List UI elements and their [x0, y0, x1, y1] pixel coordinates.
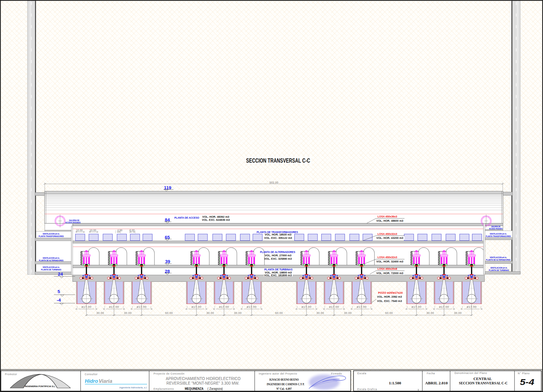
svg-text:VOL. HOR. 48392 m3: VOL. HOR. 48392 m3: [202, 215, 229, 218]
svg-text:30.00: 30.00: [124, 311, 131, 315]
svg-text:VOL. HOR. 27000 m3: VOL. HOR. 27000 m3: [265, 254, 291, 257]
svg-text:84: 84: [165, 217, 170, 222]
svg-text:PLANTA DE TURBINAS: PLANTA DE TURBINAS: [264, 268, 293, 271]
svg-text:VOL. HOR. 32400 m3: VOL. HOR. 32400 m3: [376, 260, 403, 263]
svg-text:VOL. EXC. 325890 m3: VOL. EXC. 325890 m3: [264, 257, 292, 260]
svg-text:VOL. EXC. 624839 m3: VOL. EXC. 624839 m3: [202, 218, 230, 221]
svg-text:VOL. HOR. 43200 m3: VOL. HOR. 43200 m3: [376, 236, 403, 239]
svg-text:INGENIERO DE CAMINOS C.Y P.: INGENIERO DE CAMINOS C.Y P.: [267, 383, 305, 386]
svg-text:VOL. HOR. 2092 m3: VOL. HOR. 2092 m3: [377, 295, 402, 298]
svg-text:1:1.500: 1:1.500: [389, 381, 401, 385]
svg-text:5-4: 5-4: [520, 378, 534, 387]
svg-text:Ingeniero autor del Proyect: Ingeniero autor del Proyecto: [259, 372, 297, 375]
svg-text:PLANTA DE TURBINAS: PLANTA DE TURBINAS: [489, 269, 509, 271]
svg-text:MEQUINENZA: MEQUINENZA: [185, 387, 203, 390]
svg-text:PLANTA DE ALTERNADORES: PLANTA DE ALTERNADORES: [39, 259, 63, 262]
svg-text:PLANTA TRANSFORMADORES: PLANTA TRANSFORMADORES: [486, 235, 511, 237]
svg-text:ingenieria hidroviaria, s.l.: ingenieria hidroviaria, s.l.: [120, 386, 147, 389]
svg-text:4.00: 4.00: [117, 229, 123, 232]
svg-text:30.00: 30.00: [206, 311, 214, 315]
svg-text:VENTILACION ø4 m.: VENTILACION ø4 m.: [490, 233, 507, 235]
svg-text:VOL. EXC. 7540 m3: VOL. EXC. 7540 m3: [377, 300, 402, 303]
svg-text:IGNACIO BUENO BUENO: IGNACIO BUENO BUENO: [269, 378, 299, 381]
svg-text:119: 119: [164, 185, 171, 190]
svg-text:28: 28: [165, 269, 170, 274]
svg-text:Consultor: Consultor: [85, 373, 98, 376]
svg-text:Escala: Escala: [357, 372, 366, 375]
svg-text:30.00: 30.00: [234, 311, 241, 315]
svg-text:REVERSIBLE "MONT-NEGRE" 3.300: REVERSIBLE "MONT-NEGRE" 3.300 MW.: [166, 381, 239, 386]
svg-text:-4: -4: [57, 297, 61, 303]
svg-text:Proyecto de Concesión: Proyecto de Concesión: [154, 372, 184, 375]
svg-text:VOL. HOR. 72000 m3: VOL. HOR. 72000 m3: [376, 272, 403, 275]
svg-text:GALERIA DE: GALERIA DE: [491, 225, 501, 228]
svg-text:VENTILACION ø4 m.: VENTILACION ø4 m.: [43, 257, 60, 259]
svg-text:30.00: 30.00: [96, 311, 104, 315]
svg-text:LOSA 450x32x3: LOSA 450x32x3: [378, 232, 397, 236]
svg-text:Fecha: Fecha: [427, 372, 435, 375]
svg-text:GALERIA DE: GALERIA DE: [69, 219, 79, 221]
svg-text:30.00: 30.00: [454, 311, 461, 315]
svg-text:PLANTA DE TURBINAS: PLANTA DE TURBINAS: [41, 269, 61, 271]
svg-text:60.00: 60.00: [165, 311, 173, 315]
svg-text:APROVECHAMIENTO HIDROELECTRICO: APROVECHAMIENTO HIDROELECTRICO: [166, 376, 241, 381]
svg-text:Firmado: Firmado: [331, 372, 342, 375]
svg-text:5: 5: [58, 289, 60, 294]
svg-text:INGENIERIA PONTIFICIA S.L.: INGENIERIA PONTIFICIA S.L.: [25, 385, 56, 388]
svg-text:Viaria: Viaria: [99, 378, 112, 384]
svg-text:ACCESO RODADO: ACCESO RODADO: [489, 228, 503, 230]
svg-text:VENTILACION ø4 m.: VENTILACION ø4 m.: [43, 266, 60, 268]
svg-text:PLANTA DE ACCESO: PLANTA DE ACCESO: [174, 216, 199, 219]
svg-text:VOL. EXC. 305122 m3: VOL. EXC. 305122 m3: [264, 236, 292, 239]
svg-text:60.00: 60.00: [385, 311, 393, 315]
svg-text:502.00: 502.00: [270, 181, 279, 184]
svg-text:Hidro: Hidro: [85, 378, 98, 384]
svg-text:SECCION TRANSVERSAL C-C: SECCION TRANSVERSAL C-C: [246, 157, 310, 164]
svg-text:30.00: 30.00: [426, 311, 434, 315]
svg-text:VENTILACION ø4 m.: VENTILACION ø4 m.: [43, 233, 60, 235]
svg-text:LOSA 450x32x3: LOSA 450x32x3: [378, 255, 397, 259]
svg-text:SECCION TRANSVERSAL C-C: SECCION TRANSVERSAL C-C: [459, 381, 508, 385]
svg-text:POZO ø20/ø17x24: POZO ø20/ø17x24: [378, 291, 403, 294]
svg-text:10.00: 10.00: [89, 229, 96, 232]
svg-text:10.00: 10.00: [76, 229, 83, 232]
svg-text:( Zaragoza): ( Zaragoza): [207, 387, 223, 390]
svg-text:LOSA 450x20x8: LOSA 450x20x8: [378, 267, 397, 270]
svg-text:30.00: 30.00: [344, 311, 351, 315]
svg-text:ABRIL 2.010: ABRIL 2.010: [425, 381, 448, 385]
svg-text:VOL. HOR. 18630 m3: VOL. HOR. 18630 m3: [265, 233, 291, 236]
svg-text:VENTILACION ø4 m.: VENTILACION ø4 m.: [490, 256, 507, 258]
svg-text:39: 39: [165, 259, 170, 264]
svg-text:VENTILACION ø4 m.: VENTILACION ø4 m.: [490, 267, 507, 269]
svg-text:VOL. HOR. 48600 m3: VOL. HOR. 48600 m3: [376, 219, 403, 222]
svg-text:ACCESO RODADO: ACCESO RODADO: [65, 221, 81, 224]
svg-text:VOL. EXC. 181800 m3: VOL. EXC. 181800 m3: [264, 274, 292, 277]
svg-text:Emplazamiento: Emplazamiento: [154, 388, 174, 390]
svg-text:N° Plano: N° Plano: [518, 372, 530, 375]
svg-text:CENTRAL: CENTRAL: [473, 377, 492, 381]
svg-text:PLANTA DE ALTERNADORES: PLANTA DE ALTERNADORES: [260, 250, 295, 254]
svg-text:Promotor: Promotor: [5, 373, 17, 376]
svg-text:PLANTA DE ALTERNADORES: PLANTA DE ALTERNADORES: [486, 259, 511, 261]
svg-text:6.00: 6.00: [130, 229, 135, 232]
svg-text:30.00: 30.00: [316, 311, 324, 315]
svg-text:60.00: 60.00: [275, 311, 283, 315]
svg-text:N° Col.- 6.897: N° Col.- 6.897: [276, 387, 292, 390]
svg-text:PLANTA TRANSFORMADORES: PLANTA TRANSFORMADORES: [39, 235, 64, 237]
svg-text:Denominacion del Plano: Denominacion del Plano: [454, 372, 487, 375]
svg-text:Escala Grafica: Escala Grafica: [357, 388, 377, 391]
svg-text:LOSA 450x36x3: LOSA 450x36x3: [378, 215, 397, 218]
svg-text:24: 24: [58, 271, 63, 277]
